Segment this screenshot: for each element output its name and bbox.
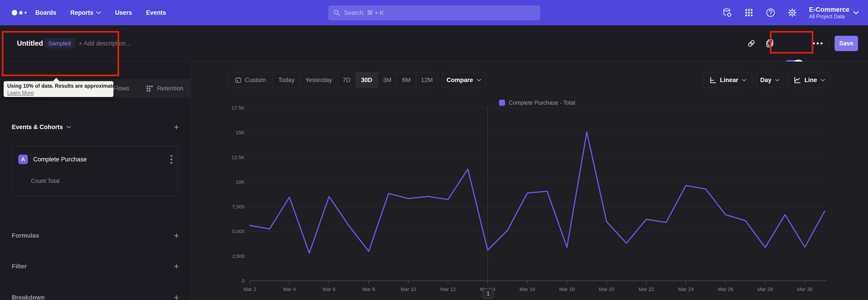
svg-text:Mar 26: Mar 26 (718, 287, 733, 292)
chart-panel: Custom Today Yesterday 7D 30D 3M 6M 12M … (191, 61, 868, 300)
svg-text:15K: 15K (236, 130, 245, 136)
chevron-down-icon (96, 11, 101, 14)
legend-label: Complete Purchase - Total (508, 99, 575, 106)
chevron-down-icon (742, 79, 746, 82)
interval-dropdown[interactable]: Day (756, 72, 784, 88)
range-label: Custom (245, 77, 266, 84)
nav-item-users[interactable]: Users (115, 9, 132, 16)
scale-dropdown[interactable]: Linear (703, 72, 752, 88)
svg-text:Mar 20: Mar 20 (599, 287, 614, 292)
project-name: E-Commerce (809, 6, 849, 13)
range-30d[interactable]: 30D (355, 72, 377, 88)
learn-more-link[interactable]: Learn More (7, 90, 34, 96)
settings-gear-icon[interactable] (787, 8, 797, 18)
chevron-down-icon[interactable] (66, 125, 71, 129)
svg-text:Mar 16: Mar 16 (520, 287, 535, 292)
section-label: Breakdown (12, 294, 45, 300)
range-label: 30D (361, 77, 372, 84)
add-formula-button[interactable]: + (174, 231, 179, 240)
svg-text:Mar 6: Mar 6 (323, 287, 336, 292)
retention-icon (146, 85, 153, 92)
line-chart-icon (794, 77, 801, 84)
nav-item-label: Events (146, 9, 166, 16)
copy-link-icon[interactable] (747, 39, 756, 48)
chart-type-dropdown[interactable]: Line (788, 72, 831, 88)
more-options-button[interactable] (813, 42, 823, 44)
project-switcher[interactable]: E-Commerce All Project Data (809, 6, 849, 20)
line-chart[interactable]: 02,5005,0007,50010K12.5K15K17.5KMar 2Mar… (191, 61, 868, 300)
chart-type-label: Line (804, 77, 817, 84)
search-input[interactable] (344, 9, 535, 17)
sampled-badge[interactable]: Sampled (44, 38, 75, 49)
range-7d[interactable]: 7D (337, 72, 355, 88)
event-card[interactable]: A Complete Purchase Count Total (12, 146, 178, 196)
tab-label: Retention (157, 85, 183, 92)
section-label: Formulas (12, 232, 39, 239)
sampling-tooltip: Using 10% of data. Results are approxima… (4, 81, 114, 97)
compare-label: Compare (446, 77, 473, 84)
add-breakdown-button[interactable]: + (174, 293, 179, 300)
nav-item-boards[interactable]: Boards (35, 9, 56, 16)
range-yesterday[interactable]: Yesterday (300, 72, 337, 88)
svg-text:Mar 24: Mar 24 (678, 287, 693, 292)
divider (829, 37, 829, 51)
events-cohorts-label[interactable]: Events & Cohorts (12, 124, 63, 131)
section-formulas: Formulas + (12, 231, 179, 240)
range-label: 3M (383, 77, 392, 84)
add-filter-button[interactable]: + (174, 262, 179, 271)
save-button[interactable]: Save (835, 36, 858, 51)
range-label: 7D (343, 77, 350, 84)
linear-axis-icon (709, 77, 716, 84)
chevron-down-icon (820, 79, 825, 82)
event-options-button[interactable] (170, 155, 172, 164)
svg-text:Mar 2: Mar 2 (243, 287, 256, 292)
range-3m[interactable]: 3M (377, 72, 397, 88)
help-icon[interactable] (766, 8, 776, 18)
range-label: Yesterday (305, 77, 332, 84)
nav-item-events[interactable]: Events (146, 9, 166, 16)
global-search[interactable] (328, 5, 540, 20)
pagination-page-button[interactable]: 1 (483, 289, 493, 299)
nav-item-reports[interactable]: Reports (70, 9, 101, 16)
search-icon (333, 9, 340, 17)
svg-text:5,000: 5,000 (232, 229, 245, 234)
chevron-down-icon[interactable] (853, 11, 859, 14)
range-custom[interactable]: Custom (228, 72, 273, 88)
compare-dropdown[interactable]: Compare (442, 72, 486, 88)
tab-retention[interactable]: Retention (138, 80, 190, 98)
svg-text:Mar 8: Mar 8 (362, 287, 375, 292)
svg-text:Mar 22: Mar 22 (639, 287, 654, 292)
data-management-icon[interactable] (722, 8, 732, 18)
mixpanel-logo-icon[interactable] (12, 10, 26, 16)
svg-text:17.5K: 17.5K (232, 105, 245, 111)
svg-text:Mar 12: Mar 12 (440, 287, 456, 292)
calendar-icon (235, 77, 242, 83)
svg-text:7,500: 7,500 (232, 204, 245, 210)
svg-text:2,500: 2,500 (232, 253, 245, 259)
event-metric[interactable]: Count Total (31, 178, 59, 184)
range-6m[interactable]: 6M (397, 72, 416, 88)
svg-text:12.5K: 12.5K (232, 155, 245, 160)
report-title-bar: Untitled Sampled + Add description... Sa… (0, 25, 868, 61)
svg-text:Mar 18: Mar 18 (559, 287, 575, 292)
svg-text:Mar 30: Mar 30 (797, 287, 812, 292)
chevron-down-icon (477, 79, 481, 82)
add-to-board-icon[interactable] (766, 39, 775, 48)
add-event-button[interactable]: + (174, 123, 179, 131)
svg-text:Mar 4: Mar 4 (283, 287, 296, 292)
range-label: Today (278, 77, 294, 84)
range-label: 6M (402, 77, 411, 84)
apps-grid-icon[interactable] (744, 8, 754, 18)
add-description-button[interactable]: + Add description... (79, 40, 131, 47)
range-label: 12M (421, 77, 433, 84)
section-breakdown: Breakdown + (12, 293, 179, 300)
events-cohorts-header: Events & Cohorts + (12, 123, 179, 131)
event-name[interactable]: Complete Purchase (33, 156, 87, 163)
report-title[interactable]: Untitled (17, 39, 43, 48)
event-card-row: A Complete Purchase (18, 155, 172, 164)
range-12m[interactable]: 12M (416, 72, 438, 88)
chart-legend[interactable]: Complete Purchase - Total (499, 99, 575, 106)
range-today[interactable]: Today (273, 72, 300, 88)
chart-controls: Custom Today Yesterday 7D 30D 3M 6M 12M … (191, 72, 868, 88)
svg-text:10K: 10K (236, 179, 245, 185)
